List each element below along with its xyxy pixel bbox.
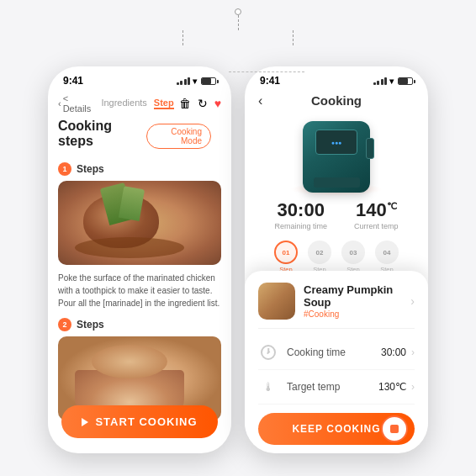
step2-number: 2 bbox=[58, 318, 71, 331]
cooking-time-chevron[interactable]: › bbox=[411, 346, 415, 358]
nav-row: ‹ < Details Ingredients Step 🗑 ↻ ♥ bbox=[48, 90, 231, 119]
clock-icon bbox=[258, 342, 278, 362]
step1-number: 1 bbox=[58, 162, 71, 176]
thermometer-icon: 🌡 bbox=[258, 377, 278, 397]
step1-text: Steps bbox=[77, 163, 104, 175]
cooking-time-label: Cooking time bbox=[287, 346, 381, 358]
favorite-icon[interactable]: ♥ bbox=[214, 97, 221, 110]
battery-icon bbox=[201, 77, 216, 85]
signal-icon-right bbox=[373, 77, 388, 85]
nav-tabs: Ingredients Step bbox=[101, 98, 173, 109]
step-circle-2: 02 bbox=[308, 241, 331, 264]
air-fryer-image: ●●● bbox=[303, 121, 370, 193]
therm-visual: 🌡 bbox=[262, 380, 274, 394]
step-indicator-1[interactable]: 01 Step bbox=[274, 241, 298, 273]
step1-description: Poke the surface of the marinated chicke… bbox=[58, 272, 221, 309]
connector-dot bbox=[235, 8, 241, 15]
step2-text: Steps bbox=[77, 319, 104, 331]
cooking-time-row[interactable]: Cooking time 30:00 › bbox=[258, 336, 415, 370]
step-indicator-4[interactable]: 04 Step bbox=[375, 241, 399, 273]
recipe-info: Creamy Pumpkin Soup #Cooking bbox=[304, 283, 402, 319]
target-temp-chevron[interactable]: › bbox=[411, 381, 415, 393]
step-circle-3: 03 bbox=[341, 241, 365, 264]
keep-cooking-button[interactable]: KEEP COOKING bbox=[258, 413, 415, 445]
step-circle-4: 04 bbox=[375, 241, 399, 264]
wifi-icon: ▾ bbox=[193, 77, 197, 86]
back-button[interactable]: ‹ < Details bbox=[58, 93, 96, 114]
page-title: Cooking steps bbox=[58, 119, 136, 149]
cooking-mode-button[interactable]: Cooking Mode bbox=[146, 124, 211, 149]
connector-line bbox=[238, 15, 239, 30]
status-time-left: 9:41 bbox=[63, 75, 83, 87]
status-icons-left: ▾ bbox=[177, 77, 217, 86]
status-bar-right: 9:41 ▾ bbox=[245, 66, 428, 90]
connector-right-line bbox=[293, 30, 294, 45]
step-circle-1: 01 bbox=[274, 241, 298, 264]
signal-icon bbox=[177, 77, 191, 85]
tab-ingredients[interactable]: Ingredients bbox=[101, 98, 146, 109]
keep-button-label: KEEP COOKING bbox=[292, 423, 380, 435]
appliance-screen-display: ●●● bbox=[331, 140, 342, 145]
step1-image bbox=[58, 181, 221, 265]
timer-label: Remaining time bbox=[274, 222, 327, 230]
step-indicator-2[interactable]: 02 Step bbox=[308, 241, 331, 273]
appliance-area: ●●● bbox=[245, 114, 428, 196]
recipe-thumb-image bbox=[258, 283, 295, 320]
battery-icon-right bbox=[398, 77, 413, 85]
temp-number: 140 bbox=[356, 199, 387, 220]
appliance-screen: ●●● bbox=[315, 130, 357, 155]
card-divider bbox=[258, 328, 415, 329]
wifi-icon-right: ▾ bbox=[389, 77, 394, 86]
recipe-card: Creamy Pumpkin Soup #Cooking › Cooking t… bbox=[245, 271, 428, 453]
card-chevron-icon[interactable]: › bbox=[410, 294, 415, 308]
appliance-base bbox=[314, 177, 360, 188]
connector-left-line bbox=[182, 30, 183, 45]
timer-section: 30:00 Remaining time 140℃ Current temp bbox=[245, 196, 428, 234]
status-time-right: 9:41 bbox=[260, 75, 280, 87]
connection-line bbox=[229, 71, 304, 72]
status-bar-left: 9:41 ▾ bbox=[48, 66, 231, 90]
stop-button[interactable] bbox=[381, 415, 408, 442]
temp-label: Current temp bbox=[354, 222, 399, 230]
target-temp-value: 130℃ bbox=[378, 381, 406, 393]
target-temp-row[interactable]: 🌡 Target temp 130℃ › bbox=[258, 370, 415, 405]
play-icon bbox=[82, 418, 88, 426]
nav-icons: 🗑 ↻ ♥ bbox=[179, 97, 221, 110]
appliance-handle bbox=[366, 138, 374, 159]
tab-step[interactable]: Step bbox=[154, 98, 174, 109]
timer-value: 30:00 bbox=[274, 199, 327, 221]
edit-icon[interactable]: ↻ bbox=[198, 97, 208, 110]
status-icons-right: ▾ bbox=[373, 77, 414, 86]
right-back-button[interactable]: ‹ bbox=[258, 93, 262, 108]
step1-label: 1 Steps bbox=[58, 162, 221, 176]
left-content: Cooking steps Cooking Mode 1 Steps Poke … bbox=[48, 119, 231, 420]
start-cooking-button[interactable]: START COOKING bbox=[61, 405, 218, 438]
card-header: Creamy Pumpkin Soup #Cooking › bbox=[258, 283, 415, 320]
cooking-mode-row: Cooking steps Cooking Mode bbox=[58, 119, 221, 156]
temp-unit: ℃ bbox=[387, 201, 397, 211]
trash-icon[interactable]: 🗑 bbox=[179, 97, 191, 110]
cooking-time-value: 30:00 bbox=[381, 346, 406, 358]
start-button-label: START COOKING bbox=[95, 415, 197, 428]
stop-icon bbox=[390, 425, 399, 433]
right-header: ‹ Cooking bbox=[245, 90, 428, 114]
recipe-tag: #Cooking bbox=[304, 309, 402, 319]
step-indicator-3[interactable]: 03 Step bbox=[341, 241, 365, 273]
target-temp-label: Target temp bbox=[287, 381, 378, 393]
step2-label: 2 Steps bbox=[58, 318, 221, 331]
remaining-time: 30:00 Remaining time bbox=[274, 199, 327, 230]
temp-value: 140℃ bbox=[354, 199, 399, 221]
recipe-name: Creamy Pumpkin Soup bbox=[304, 283, 402, 309]
cooking-title: Cooking bbox=[311, 93, 362, 108]
recipe-thumbnail bbox=[258, 283, 295, 320]
left-phone: 9:41 ▾ ‹ < Details Ingredi bbox=[48, 66, 231, 453]
current-temp: 140℃ Current temp bbox=[354, 199, 399, 230]
right-phone: 9:41 ▾ ‹ Cooking bbox=[245, 66, 428, 453]
clock-visual bbox=[261, 345, 276, 360]
connector-indicator bbox=[182, 8, 294, 45]
back-label: < Details bbox=[63, 93, 97, 114]
